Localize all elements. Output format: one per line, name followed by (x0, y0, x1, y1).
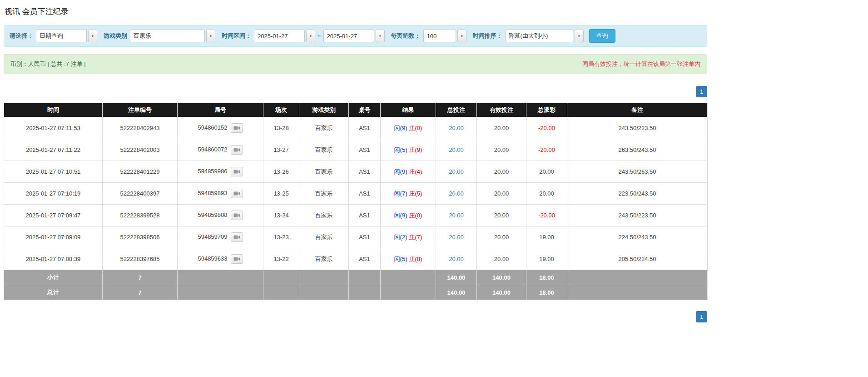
video-camera-icon (233, 126, 240, 131)
result-player: 闲(7) (394, 190, 407, 197)
cell-valid-bet: 20.00 (477, 183, 526, 205)
video-camera-icon (233, 169, 240, 174)
summary-cell (381, 285, 436, 300)
table-header-row: 时间注单编号局号场次游戏类别桌号结果总投注有效投注总派彩备注 (4, 103, 708, 117)
round-id-text: 594860152 (198, 124, 227, 131)
result-banker: 庄(7) (409, 234, 422, 241)
chevron-down-icon[interactable]: ▼ (206, 30, 215, 42)
cell-result: 闲(9)庄(0) (381, 117, 436, 139)
cell-valid-bet: 20.00 (477, 139, 526, 161)
query-type-combo: ▼ (36, 30, 97, 42)
column-header: 游戏类别 (299, 103, 349, 117)
video-replay-button[interactable] (231, 254, 243, 264)
summary-valid-bet: 140.00 (477, 270, 526, 285)
cell-session: 13-28 (263, 117, 299, 139)
column-header: 桌号 (349, 103, 381, 117)
cell-valid-bet: 20.00 (477, 226, 526, 248)
result-player: 闲(2) (394, 234, 407, 241)
cell-table-no: AS1 (349, 205, 381, 226)
search-button[interactable]: 查询 (589, 29, 615, 43)
summary-cell (567, 285, 708, 300)
chevron-down-icon[interactable]: ▼ (575, 30, 584, 42)
page-1-button[interactable]: 1 (696, 311, 707, 322)
page-size-input[interactable] (423, 30, 456, 42)
result-player: 闲(9) (394, 125, 407, 131)
game-type-input[interactable] (130, 30, 205, 42)
cell-time: 2025-01-27 07:08:39 (4, 248, 103, 270)
summary-cell (349, 285, 381, 300)
date-to-combo: ▼ (323, 30, 385, 42)
cell-session: 13-27 (263, 139, 299, 161)
cell-valid-bet: 20.00 (477, 205, 526, 226)
chevron-down-icon[interactable]: ▼ (376, 30, 385, 42)
cell-time: 2025-01-27 07:10:51 (4, 161, 103, 183)
total-bet-link[interactable]: 20.00 (449, 234, 464, 241)
video-replay-button[interactable] (231, 167, 243, 176)
cell-total-bet: 20.00 (436, 139, 477, 161)
cell-result: 闲(9)庄(4) (381, 161, 436, 183)
date-from-input[interactable] (254, 30, 305, 42)
video-replay-button[interactable] (231, 145, 243, 155)
round-id-text: 594859893 (198, 190, 227, 196)
result-player: 闲(5) (394, 256, 407, 262)
cell-time: 2025-01-27 07:10:19 (4, 183, 103, 205)
chevron-down-icon[interactable]: ▼ (88, 30, 97, 42)
cell-payout: 20.00 (526, 183, 567, 205)
cell-total-bet: 20.00 (436, 205, 477, 226)
chevron-down-icon[interactable]: ▼ (306, 30, 315, 42)
total-bet-link[interactable]: 20.00 (449, 168, 464, 175)
video-replay-button[interactable] (231, 123, 243, 133)
video-replay-button[interactable] (231, 189, 243, 198)
cell-valid-bet: 20.00 (477, 161, 526, 183)
result-banker: 庄(9) (409, 146, 422, 153)
chevron-down-icon[interactable]: ▼ (457, 30, 466, 42)
time-sort-input[interactable] (505, 30, 573, 42)
video-replay-button[interactable] (231, 232, 243, 242)
round-id-text: 594859709 (198, 233, 227, 240)
total-bet-link[interactable]: 20.00 (449, 256, 464, 262)
summary-cell (381, 270, 436, 285)
cell-round-id: 594859986 (178, 161, 263, 183)
cell-result: 闲(5)庄(8) (381, 248, 436, 270)
cell-game-type: 百家乐 (299, 139, 349, 161)
date-to-input[interactable] (323, 30, 374, 42)
result-banker: 庄(4) (409, 168, 422, 175)
cell-remark: 243.50/263.50 (567, 161, 708, 183)
pagination-bottom: 1 (4, 311, 707, 322)
cell-round-id: 594859893 (178, 183, 263, 205)
cell-round-id: 594860152 (178, 117, 263, 139)
video-replay-button[interactable] (231, 211, 243, 220)
filter-bar: 请选择： ▼ 游戏类别 ▼ 时间区间： ▼ ~ ▼ 每页笔数： ▼ 时间排序： … (4, 25, 707, 47)
summary-count: 7 (103, 285, 178, 300)
cell-remark: 263.50/243.50 (567, 139, 708, 161)
cell-result: 闲(9)庄(0) (381, 205, 436, 226)
page-1-button[interactable]: 1 (696, 86, 707, 97)
total-bet-link[interactable]: 20.00 (449, 190, 464, 197)
round-id-text: 594859808 (198, 211, 227, 218)
column-header: 有效投注 (477, 103, 526, 117)
query-type-input[interactable] (36, 30, 87, 42)
cell-payout: 19.00 (526, 226, 567, 248)
cell-payout: -20.00 (526, 117, 567, 139)
cell-time: 2025-01-27 07:09:47 (4, 205, 103, 226)
cell-remark: 243.50/223.50 (567, 205, 708, 226)
cell-bet-id: 522228402003 (103, 139, 178, 161)
summary-label: 小计 (4, 270, 103, 285)
cell-bet-id: 522228400397 (103, 183, 178, 205)
cell-result: 闲(7)庄(5) (381, 183, 436, 205)
total-bet-link[interactable]: 20.00 (449, 125, 464, 131)
cell-table-no: AS1 (349, 248, 381, 270)
total-bet-link[interactable]: 20.00 (449, 212, 464, 219)
column-header: 局号 (178, 103, 263, 117)
result-banker: 庄(0) (409, 125, 422, 131)
cell-session: 13-23 (263, 226, 299, 248)
video-camera-icon (233, 147, 240, 152)
cell-result: 闲(2)庄(7) (381, 226, 436, 248)
cell-bet-id: 522228398506 (103, 226, 178, 248)
total-bet-link[interactable]: 20.00 (449, 146, 464, 153)
notice-text: 同局有效投注，统一计算在该局第一张注单内 (582, 60, 700, 68)
cell-game-type: 百家乐 (299, 248, 349, 270)
currency-summary-text: 币别：人民币 | 总共 :7 注单 | (10, 60, 86, 68)
table-row: 2025-01-27 07:11:22 522228402003 5948600… (4, 139, 708, 161)
summary-count: 7 (103, 270, 178, 285)
